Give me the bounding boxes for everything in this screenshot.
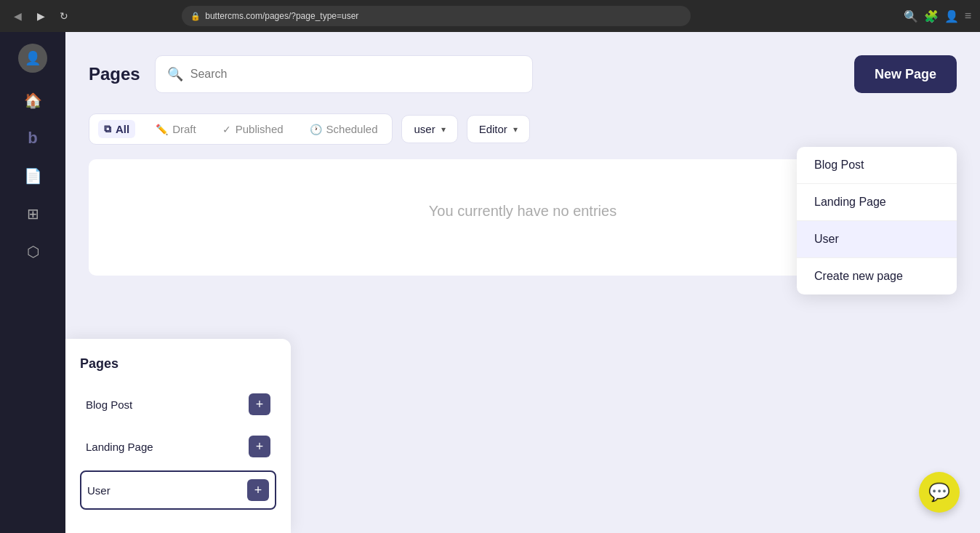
sidebar-item-components[interactable]: ⬡ xyxy=(17,236,49,268)
chat-button[interactable]: 💬 xyxy=(919,472,960,513)
browser-chrome: ◀ ▶ ↻ 🔒 buttercms.com/pages/?page_type=u… xyxy=(0,0,980,32)
panel-user-label: User xyxy=(87,484,111,497)
dropdown-item-user[interactable]: User xyxy=(797,221,957,258)
profile-icon[interactable]: 👤 xyxy=(944,9,959,23)
search-browser-icon[interactable]: 🔍 xyxy=(904,9,918,23)
filter-draft[interactable]: ✏️ Draft xyxy=(150,120,202,138)
menu-icon[interactable]: ≡ xyxy=(965,9,971,23)
filter-published[interactable]: ✓ Published xyxy=(217,120,289,138)
filter-published-label: Published xyxy=(236,123,284,135)
panel-item-blog-post[interactable]: Blog Post + xyxy=(80,386,276,422)
filter-tabs: ⧉ All ✏️ Draft ✓ Published 🕐 Scheduled xyxy=(89,113,393,145)
published-icon: ✓ xyxy=(222,124,231,135)
page-type-filter[interactable]: user ▾ xyxy=(401,115,457,143)
page-header: Pages 🔍 New Page xyxy=(89,55,957,93)
dropdown-item-landing-page[interactable]: Landing Page xyxy=(797,184,957,221)
panel-blog-post-add-button[interactable]: + xyxy=(249,393,270,415)
filter-all[interactable]: ⧉ All xyxy=(98,120,135,138)
filter-scheduled[interactable]: 🕐 Scheduled xyxy=(304,120,384,138)
sidebar-item-blog[interactable]: b xyxy=(17,122,49,154)
lock-icon: 🔒 xyxy=(190,12,201,21)
url-text: buttercms.com/pages/?page_type=user xyxy=(205,11,358,21)
avatar[interactable]: 👤 xyxy=(18,44,47,73)
browser-actions: 🔍 🧩 👤 ≡ xyxy=(904,9,971,23)
address-bar[interactable]: 🔒 buttercms.com/pages/?page_type=user xyxy=(182,6,691,26)
main-content: Pages 🔍 New Page ⧉ All ✏️ Draft ✓ xyxy=(65,32,980,533)
panel-user-add-button[interactable]: + xyxy=(247,479,269,501)
forward-button[interactable]: ▶ xyxy=(32,7,49,25)
editor-chevron: ▾ xyxy=(513,124,518,135)
extensions-icon[interactable]: 🧩 xyxy=(924,9,939,23)
editor-filter[interactable]: Editor ▾ xyxy=(467,115,530,143)
search-box[interactable]: 🔍 xyxy=(155,55,533,93)
page-type-dropdown: Blog Post Landing Page User Create new p… xyxy=(797,147,957,294)
panel-landing-page-label: Landing Page xyxy=(86,441,153,453)
page-type-label: user xyxy=(414,123,435,135)
dropdown-item-create-new[interactable]: Create new page xyxy=(797,258,957,294)
new-page-button[interactable]: New Page xyxy=(854,55,957,93)
filter-bar: ⧉ All ✏️ Draft ✓ Published 🕐 Scheduled u… xyxy=(89,113,957,145)
page-title: Pages xyxy=(89,64,140,84)
search-input[interactable] xyxy=(190,68,521,81)
panel-item-landing-page[interactable]: Landing Page + xyxy=(80,428,276,465)
editor-label: Editor xyxy=(479,123,507,135)
app-wrapper: 👤 🏠 b 📄 ⊞ ⬡ Pages 🔍 New Page ⧉ All xyxy=(0,32,980,533)
dropdown-item-blog-post[interactable]: Blog Post xyxy=(797,147,957,184)
reload-button[interactable]: ↻ xyxy=(55,7,73,25)
scheduled-icon: 🕐 xyxy=(310,124,322,135)
filter-draft-label: Draft xyxy=(172,123,196,135)
panel-title: Pages xyxy=(80,356,276,372)
sidebar-item-home[interactable]: 🏠 xyxy=(17,84,49,116)
sidebar-item-grid[interactable]: ⊞ xyxy=(17,198,49,230)
chat-icon: 💬 xyxy=(928,482,950,502)
all-icon: ⧉ xyxy=(104,123,111,135)
sidebar: 👤 🏠 b 📄 ⊞ ⬡ xyxy=(0,32,65,533)
search-icon: 🔍 xyxy=(167,66,183,82)
panel-landing-page-add-button[interactable]: + xyxy=(249,436,270,457)
sidebar-item-pages[interactable]: 📄 xyxy=(17,160,49,192)
filter-all-label: All xyxy=(116,123,129,135)
draft-icon: ✏️ xyxy=(156,124,168,135)
panel-item-user[interactable]: User + xyxy=(80,470,276,510)
left-panel: Pages Blog Post + Landing Page + User + xyxy=(65,339,291,533)
filter-scheduled-label: Scheduled xyxy=(326,123,378,135)
panel-blog-post-label: Blog Post xyxy=(86,398,132,411)
page-type-chevron: ▾ xyxy=(441,124,446,135)
back-button[interactable]: ◀ xyxy=(9,7,26,25)
